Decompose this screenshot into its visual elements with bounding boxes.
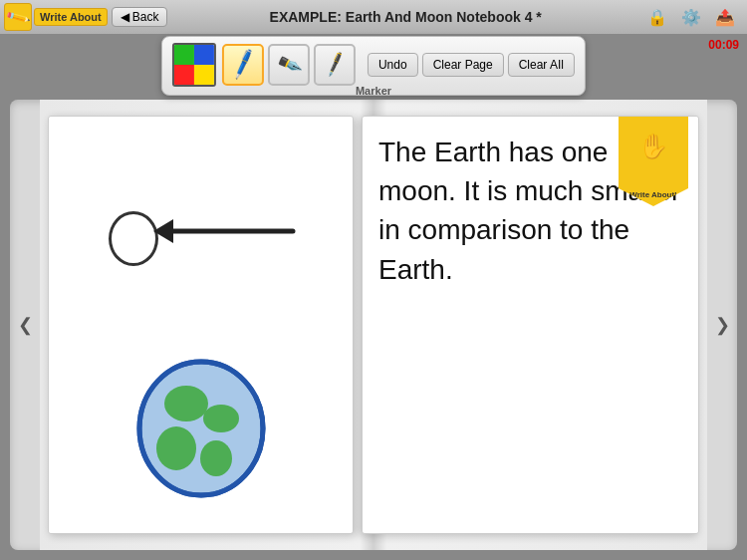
write-about-logo[interactable]: ✏️ Write About <box>4 3 108 31</box>
left-page[interactable] <box>48 116 354 534</box>
pencil-icon: ✏️ <box>5 4 32 30</box>
color-green[interactable] <box>174 45 194 65</box>
pen-tool[interactable]: 🖋️ <box>314 44 356 86</box>
color-picker[interactable] <box>172 43 216 87</box>
marker-icon: ✒️ <box>275 51 303 79</box>
nav-right-button[interactable]: ❯ <box>707 100 737 550</box>
svg-point-6 <box>200 440 232 476</box>
book-area: ❮ <box>10 100 737 550</box>
book-pages: ✋ Write About! The Earth has one moon. I… <box>40 100 707 550</box>
write-about-badge: ✋ Write About! <box>619 117 688 206</box>
marker-tool[interactable]: ✒️ <box>268 44 310 86</box>
clear-all-button[interactable]: Clear AIl <box>508 53 575 77</box>
action-buttons: Undo Clear Page Clear AIl <box>368 53 575 77</box>
page-title: EXAMPLE: Earth And Moon Notebook 4 * <box>167 9 643 25</box>
svg-point-4 <box>203 405 239 432</box>
svg-point-3 <box>164 386 208 421</box>
color-yellow[interactable] <box>194 65 214 85</box>
right-arrow-icon: ❯ <box>715 314 730 336</box>
left-arrow-icon: ❮ <box>18 314 33 336</box>
drawing-canvas[interactable] <box>49 117 353 533</box>
logo-square: ✏️ <box>4 3 32 31</box>
settings-icon[interactable]: ⚙️ <box>677 3 705 31</box>
svg-point-5 <box>156 426 196 470</box>
logo-label: Write About <box>34 8 108 26</box>
color-red[interactable] <box>174 65 194 85</box>
back-label: Back <box>132 10 159 24</box>
toolbar: 🖊️ ✒️ 🖋️ Undo Clear Page Clear AIl Marke… <box>161 36 586 96</box>
earth-drawing <box>131 354 271 503</box>
clear-page-button[interactable]: Clear Page <box>422 53 504 77</box>
nav-left-button[interactable]: ❮ <box>10 100 40 550</box>
arrow-drawing <box>143 201 303 261</box>
badge-label: Write About! <box>629 190 677 199</box>
highlighter-icon: 🖊️ <box>226 48 260 82</box>
undo-button[interactable]: Undo <box>368 53 418 77</box>
tool-buttons: 🖊️ ✒️ 🖋️ <box>222 44 356 86</box>
back-button[interactable]: ◀ Back <box>112 7 168 27</box>
top-right-icons: 🔒 ⚙️ 📤 <box>643 3 739 31</box>
highlighter-tool[interactable]: 🖊️ <box>222 44 264 86</box>
top-bar: ✏️ Write About ◀ Back EXAMPLE: Earth And… <box>0 0 747 36</box>
back-arrow-icon: ◀ <box>121 10 129 24</box>
active-tool-label: Marker <box>356 85 391 97</box>
color-blue[interactable] <box>194 45 214 65</box>
svg-marker-1 <box>153 219 173 243</box>
pen-icon: 🖋️ <box>321 51 349 79</box>
timer: 00:09 <box>708 38 739 52</box>
lock-icon[interactable]: 🔒 <box>643 3 671 31</box>
right-page: ✋ Write About! The Earth has one moon. I… <box>362 116 699 534</box>
share-icon[interactable]: 📤 <box>711 3 739 31</box>
